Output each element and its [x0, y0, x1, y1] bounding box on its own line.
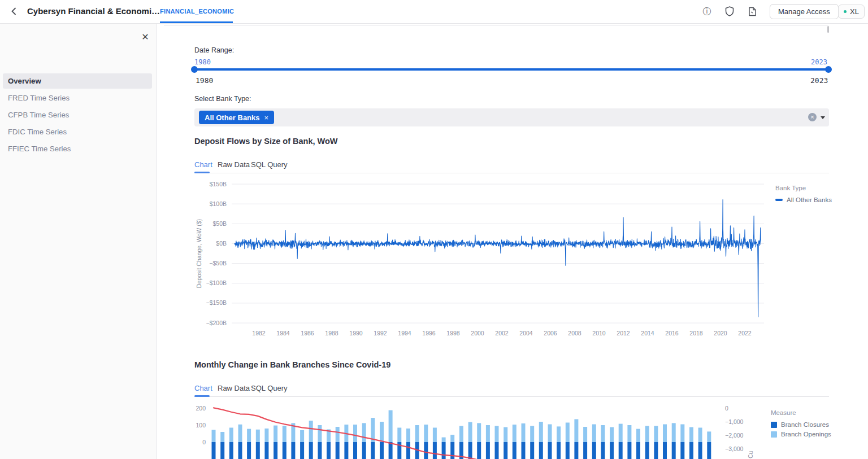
svg-text:1990: 1990	[349, 330, 363, 336]
sidebar: ✕ Overview FRED Time Series CFPB Time Se…	[0, 23, 157, 459]
legend-title-measure: Measure	[771, 409, 831, 416]
slider-min-label: 1980	[196, 76, 213, 85]
date-range-slider-track[interactable]	[194, 68, 829, 71]
svg-text:−$100B: −$100B	[206, 279, 227, 286]
line-series-swatch	[775, 199, 783, 201]
svg-text:1982: 1982	[252, 330, 266, 336]
active-tab-bar-1	[194, 172, 210, 173]
page-scrollbar-thumb[interactable]	[827, 26, 829, 33]
date-range-label: Date Range:	[194, 46, 234, 54]
closures-series-swatch	[771, 422, 777, 428]
app-header: Cybersyn Financial & Economi… FINANCIAL_…	[0, 0, 868, 24]
legend-entry-branch-closures: Branch Closures	[771, 421, 831, 428]
svg-text:0: 0	[202, 439, 206, 445]
manage-access-button[interactable]: Manage Access	[770, 4, 839, 19]
sidebar-nav: Overview FRED Time Series CFPB Time Seri…	[0, 72, 157, 158]
svg-text:2004: 2004	[519, 330, 533, 336]
svg-text:2002: 2002	[495, 330, 509, 336]
active-tab-bar-2	[194, 395, 210, 397]
warehouse-size-badge[interactable]: XL	[838, 5, 865, 19]
svg-text:−$200B: −$200B	[206, 320, 227, 326]
sidebar-item-ffiec[interactable]: FFIEC Time Series	[3, 141, 152, 156]
svg-text:$0B: $0B	[216, 240, 227, 247]
legend-title-bank-type: Bank Type	[775, 185, 832, 191]
svg-text:1984: 1984	[276, 330, 290, 336]
bank-type-label: Select Bank Type:	[194, 95, 251, 103]
status-dot-icon	[844, 10, 847, 13]
svg-text:1988: 1988	[325, 330, 338, 336]
tab-sql-query-1[interactable]: SQL Query	[251, 160, 288, 169]
svg-text:2016: 2016	[665, 330, 679, 336]
slider-handle-min[interactable]	[191, 66, 198, 73]
tab-raw-data-2[interactable]: Raw Data	[218, 384, 250, 392]
svg-text:2008: 2008	[568, 330, 581, 336]
svg-text:−$50B: −$50B	[209, 260, 227, 266]
svg-text:$50B: $50B	[212, 220, 227, 227]
svg-text:2020: 2020	[714, 330, 727, 336]
sidebar-item-fred[interactable]: FRED Time Series	[3, 90, 152, 106]
slider-upper-value: 2023	[811, 58, 827, 66]
info-icon[interactable]: ⓘ	[700, 5, 714, 18]
tab-chart-1[interactable]: Chart	[194, 160, 212, 169]
svg-text:0: 0	[725, 405, 728, 412]
svg-text:−1,000: −1,000	[725, 418, 744, 425]
svg-text:1992: 1992	[374, 330, 387, 336]
tab-sql-query-2[interactable]: SQL Query	[251, 384, 288, 392]
svg-text:2000: 2000	[471, 330, 484, 336]
bank-type-select[interactable]: All Other Banks × ×	[194, 108, 829, 126]
svg-text:−3,000: −3,000	[725, 445, 744, 452]
chevron-left-icon	[11, 7, 16, 15]
bank-type-chip[interactable]: All Other Banks ×	[199, 111, 274, 124]
shield-icon[interactable]	[723, 5, 736, 18]
svg-text:2022: 2022	[738, 330, 752, 336]
svg-text:200: 200	[196, 405, 206, 412]
chip-label: All Other Banks	[205, 113, 260, 122]
openings-series-swatch	[771, 431, 777, 438]
tab-raw-data-1[interactable]: Raw Data	[218, 160, 250, 169]
sidebar-item-fdic[interactable]: FDIC Time Series	[3, 124, 152, 139]
svg-text:2014: 2014	[641, 330, 654, 336]
active-tab-underline	[160, 21, 233, 23]
chart2-legend: Measure Branch Closures Branch Openings	[771, 409, 831, 440]
app-window: Cybersyn Financial & Economi… FINANCIAL_…	[0, 0, 868, 459]
chart1-legend: Bank Type All Other Banks	[775, 185, 832, 206]
svg-text:100: 100	[196, 422, 206, 429]
svg-text:2018: 2018	[689, 330, 703, 336]
tab-financial-economic[interactable]: FINANCIAL_ECONOMIC	[160, 0, 233, 23]
svg-text:2006: 2006	[544, 330, 557, 336]
svg-text:2010: 2010	[592, 330, 606, 336]
svg-text:1996: 1996	[422, 330, 436, 336]
tab-divider-2	[194, 396, 829, 397]
svg-text:$150B: $150B	[210, 181, 227, 187]
svg-text:Cu: Cu	[747, 451, 754, 458]
svg-text:1998: 1998	[446, 330, 460, 336]
svg-text:Deposit Change, WoW ($): Deposit Change, WoW ($)	[196, 219, 202, 288]
clear-all-icon[interactable]: ×	[808, 113, 817, 121]
worksheet-icon[interactable]	[745, 5, 759, 18]
chart2-title: Monthly Change in Bank Branches Since Co…	[194, 360, 390, 369]
sidebar-item-cfpb[interactable]: CFPB Time Series	[3, 107, 152, 123]
svg-text:1994: 1994	[398, 330, 411, 336]
badge-label: XL	[850, 7, 859, 16]
slider-max-label: 2023	[810, 76, 828, 85]
bank-branches-chart: 20010000−1,000−2,000−3,000Cu	[194, 400, 771, 459]
tab-divider-1	[194, 173, 829, 173]
svg-text:−$150B: −$150B	[206, 299, 227, 306]
svg-text:$100B: $100B	[210, 200, 227, 207]
svg-text:−2,000: −2,000	[725, 432, 744, 439]
slider-handle-max[interactable]	[825, 66, 832, 73]
app-title: Cybersyn Financial & Economi…	[27, 6, 160, 16]
svg-text:2012: 2012	[617, 330, 630, 336]
content-top-divider	[164, 25, 828, 26]
dropdown-caret-icon[interactable]	[821, 116, 825, 119]
legend-entry-all-other-banks: All Other Banks	[775, 196, 832, 203]
chart1-title: Deposit Flows by Size of Bank, WoW	[194, 137, 338, 146]
chip-remove-icon[interactable]: ×	[264, 113, 269, 122]
legend-entry-branch-openings: Branch Openings	[771, 431, 831, 438]
deposit-flows-chart: $150B$100B$50B$0B−$50B−$100B−$150B−$200B…	[194, 178, 771, 343]
close-icon[interactable]: ✕	[139, 30, 151, 43]
sidebar-item-overview[interactable]: Overview	[3, 73, 152, 89]
slider-lower-value: 1980	[194, 58, 211, 66]
tab-chart-2[interactable]: Chart	[194, 384, 212, 392]
back-button[interactable]	[7, 5, 20, 18]
